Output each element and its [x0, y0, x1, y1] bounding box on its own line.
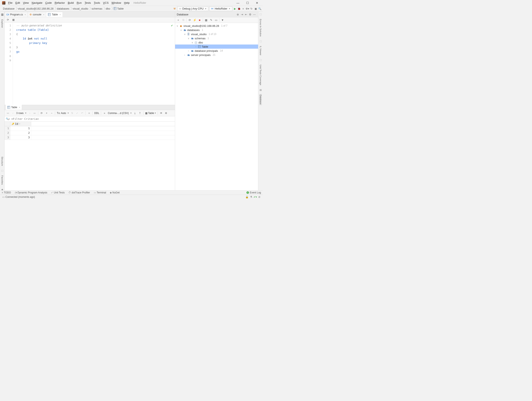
revert-icon[interactable]: ↶ — [81, 111, 84, 115]
settings-icon[interactable]: ⚙ — [165, 111, 168, 115]
run-icon[interactable]: ▶ — [233, 7, 236, 10]
coverage-icon[interactable]: ⬚ — [260, 59, 262, 61]
structure-icon[interactable]: ⬚ — [1, 169, 3, 172]
build-icon[interactable]: ⚒ — [173, 7, 176, 10]
database-right-icon[interactable]: ▤ — [260, 89, 262, 91]
download-icon[interactable]: ⭳ — [133, 111, 137, 115]
bottom-tool-dottrace-profiler[interactable]: ⏱ dotTrace Profiler — [68, 191, 90, 194]
sync-icon[interactable]: ⟳ — [188, 19, 191, 22]
crumb-2[interactable]: databases — [55, 7, 71, 10]
inspection-icon[interactable]: ✔▾ — [253, 196, 257, 198]
menu-tools[interactable]: Tools — [92, 1, 101, 5]
collapse-icon[interactable]: ⇥ — [240, 13, 244, 16]
tx-mode-label[interactable]: Tx: Auto — [57, 112, 66, 115]
commit-icon[interactable]: ⇅ — [70, 111, 74, 115]
bottom-tool-unit-tests[interactable]: ✓ Unit Tests — [51, 191, 65, 194]
stop-query-icon[interactable]: ■ — [87, 111, 91, 115]
menu-run[interactable]: Run — [75, 1, 83, 5]
menu-code[interactable]: Code — [44, 1, 53, 5]
event-log-button[interactable]: 1 Event Log — [247, 191, 261, 194]
explorer-tab[interactable]: Explorer — [1, 19, 4, 29]
table-editor-icon[interactable]: ▦ — [204, 19, 208, 22]
menu-build[interactable]: Build — [66, 1, 75, 5]
reload-icon[interactable]: ↻ — [250, 7, 253, 10]
tree-item-databases[interactable]: ∨🖿databases1 — [175, 28, 258, 32]
next-page-icon[interactable]: › — [28, 111, 32, 115]
csv-format-label[interactable]: Comma-…d (CSV) — [108, 112, 129, 115]
layout-icon[interactable]: ▣ — [254, 7, 257, 10]
crumb-3[interactable]: visual_studio — [71, 7, 90, 10]
more-actions-icon[interactable]: ⚙▾ — [246, 7, 249, 10]
bottom-tool-terminal[interactable]: ▭ Terminal — [94, 191, 106, 194]
menu-view[interactable]: View — [21, 1, 30, 5]
refresh-icon[interactable]: ⟳ — [6, 18, 10, 21]
editor-tab-table[interactable]: Table× — [46, 12, 63, 17]
add-row-icon[interactable]: + — [45, 111, 48, 115]
expand-icon[interactable]: ⇤ — [244, 13, 248, 16]
close-data-tab-icon[interactable]: × — [19, 106, 20, 108]
maximize-button[interactable]: ☐ — [243, 1, 252, 5]
prev-page-icon[interactable]: ‹ — [11, 111, 15, 115]
close-button[interactable]: ✕ — [252, 1, 262, 5]
table-row[interactable]: 11 — [5, 126, 175, 131]
hide-panel-icon[interactable]: — — [252, 13, 256, 16]
crumb-1[interactable]: visual_studio@192.168.86.28 — [16, 7, 55, 10]
ddl-button[interactable]: DDL — [94, 112, 99, 115]
crumb-6[interactable]: Table — [112, 7, 125, 10]
project-combo[interactable]: ⋈ HelloRider ▼ — [209, 6, 232, 11]
memory-icon[interactable]: ⊘ — [257, 196, 261, 198]
stop-icon[interactable]: ■ — [241, 7, 245, 10]
il-viewer-tab[interactable]: IL Viewer — [259, 45, 262, 56]
tree-item-server-principals[interactable]: ›🖿server principals21 — [175, 53, 258, 57]
panel-settings-icon[interactable]: ⚙ — [248, 13, 252, 16]
last-page-icon[interactable]: ⏭ — [33, 111, 36, 115]
breadcrumb[interactable]: Databasevisual_studio@192.168.86.28datab… — [1, 7, 125, 10]
run-config-combo[interactable]: ▭ Debug | Any CPU ▼ — [177, 6, 209, 11]
tree-item-Table[interactable]: ›Table — [175, 45, 258, 49]
first-page-icon[interactable]: ⏮ — [6, 111, 10, 115]
stop-db-icon[interactable]: ■ — [198, 19, 202, 22]
table-row[interactable]: 33 — [5, 135, 175, 140]
target-icon[interactable]: ⊕ — [236, 13, 240, 16]
crumb-0[interactable]: Database — [1, 7, 16, 10]
menu-refactor[interactable]: Refactor — [53, 1, 66, 5]
project-tool-icon[interactable]: ▥ — [1, 13, 4, 16]
preview-icon[interactable]: 👁 — [159, 111, 163, 115]
menu-navigate[interactable]: Navigate — [30, 1, 44, 5]
favorites-tab[interactable]: Favorites — [1, 174, 4, 185]
errors-tab[interactable]: Errors In Solution — [259, 18, 262, 38]
table-row[interactable]: 22 — [5, 131, 175, 135]
lock-icon[interactable]: 🔒 — [245, 196, 249, 198]
database-tab[interactable]: Database — [259, 94, 262, 105]
result-grid[interactable]: 🔑 Id ÷ 112233 — [5, 122, 175, 191]
bottom-tool-todo[interactable]: ≡ TODO — [2, 191, 11, 194]
reload-rows-icon[interactable]: ⟳ — [40, 111, 43, 115]
column-header-id[interactable]: 🔑 Id ÷ — [10, 122, 31, 126]
menu-help[interactable]: Help — [122, 1, 131, 5]
filter-input[interactable] — [11, 117, 174, 121]
edit-icon[interactable]: ✎ — [209, 19, 213, 22]
menu-tests[interactable]: Tests — [83, 1, 92, 5]
table-view-icon[interactable]: ▦ — [12, 18, 15, 21]
code-editor[interactable]: 123456789 -- auto-generated definitioncr… — [5, 22, 175, 105]
row-count-label[interactable]: 3 rows — [16, 112, 24, 115]
delete-row-icon[interactable]: − — [50, 111, 53, 115]
console-icon[interactable]: ▭ — [214, 19, 218, 22]
structure-tab[interactable]: Structure — [1, 156, 4, 167]
menu-window[interactable]: Window — [110, 1, 122, 5]
database-tree[interactable]: ∨◆visual_studio@192.168.86.281 of 7∨🖿dat… — [175, 23, 258, 191]
table-view-button[interactable]: ▦ Table ▾ — [145, 112, 156, 115]
bottom-tool-dynamic-program-analysis[interactable]: ◔ Dynamic Program Analysis — [15, 191, 47, 194]
coverage-tab[interactable]: Unit Tests Coverage — [259, 64, 262, 86]
bottom-tool-nuget[interactable]: ◆ NuGet — [110, 191, 120, 194]
filter-tree-icon[interactable]: ▼ — [221, 19, 224, 22]
upload-icon[interactable]: ⭱ — [138, 111, 142, 115]
crumb-4[interactable]: schemas — [90, 7, 104, 10]
tree-item-visual_studio[interactable]: ∨🗄visual_studio1 of 13 — [175, 32, 258, 36]
export-icon[interactable]: » — [103, 111, 106, 115]
editor-tab-program.cs[interactable]: C#Program.cs× — [5, 12, 28, 17]
run-query-icon[interactable]: ⚡ — [193, 19, 196, 22]
debug-icon[interactable]: 🐞 — [237, 7, 241, 10]
search-icon[interactable]: 🔍 — [258, 7, 261, 10]
editor-tab-console[interactable]: ⚙console× — [28, 12, 46, 17]
